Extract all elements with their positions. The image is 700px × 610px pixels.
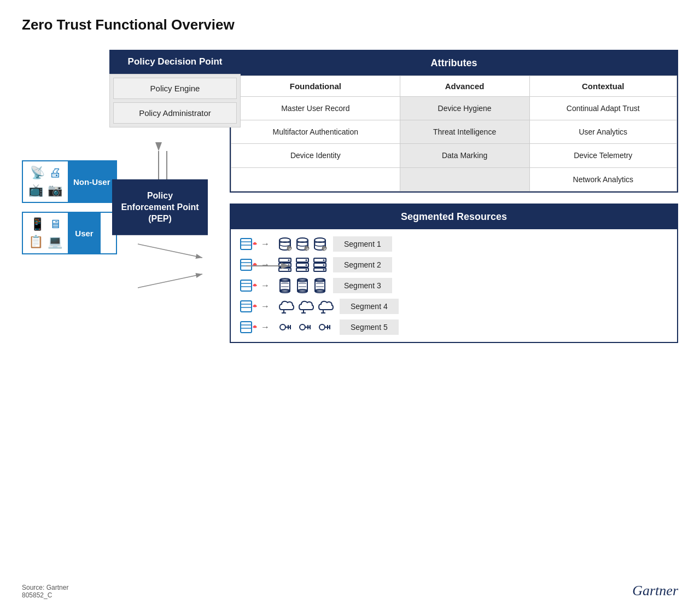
policy-admin-box: Policy Administrator [113,102,237,124]
table-row: Device Identity Data Marking Device Tele… [231,144,677,167]
policy-engine-box: Policy Engine [113,78,237,99]
cell-master-user-record: Master User Record [231,97,400,120]
segment-row-1: → ⚙ ⚙ ⚙ Segment 1 [240,236,668,252]
tablet-icon: 📱 [30,217,45,231]
desktop-icon: 🖥 [49,217,61,231]
source-text: Source: Gartner [22,584,68,591]
segment-2-label: Segment 2 [333,257,392,272]
segment-row-2: → Segment 2 [240,257,668,273]
segment-row-4: → Segment 4 [240,298,668,315]
segment-1-label: Segment 1 [333,236,392,252]
svg-point-43 [323,264,325,266]
cylinder-icon [295,278,310,293]
cell-multifactor-auth: Multifactor Authentication [231,120,400,144]
segment-2-icons [277,257,328,272]
svg-point-44 [323,269,325,270]
svg-point-38 [306,269,307,270]
left-panel: Policy Decision Point Policy Engine Poli… [22,50,208,343]
segment-3-label: Segment 3 [333,278,392,293]
svg-point-80 [300,324,305,330]
svg-point-32 [288,269,290,270]
cell-data-marking: Data Marking [400,144,529,167]
pdp-wrapper: Policy Decision Point Policy Engine Poli… [77,50,241,127]
user-block: 📱 🖥 📋 💻 User [22,212,117,254]
svg-rect-72 [241,322,252,333]
printer-icon: 🖨 [49,166,61,180]
col-header-contextual: Contextual [529,76,676,97]
segment-5-icons [277,319,334,335]
cell-threat-intelligence: Threat Intelligence [400,120,529,144]
segment-4-icons [277,299,334,314]
segment-4-label: Segment 4 [340,299,399,314]
cloud-icon [317,299,334,314]
footer: Source: Gartner 805852_C [22,584,68,599]
user-icons: 📱 🖥 📋 💻 [23,213,68,253]
firewall-3: → [240,277,270,294]
devices-column: 📡 🖨 📺 📷 Non-User [22,160,117,254]
svg-point-36 [306,259,307,261]
router-icon: 📡 [30,166,45,180]
server-icon [295,257,310,272]
svg-point-85 [319,324,325,330]
page-title: Zero Trust Functional Overview [22,16,678,33]
segmented-header: Segmented Resources [231,205,677,229]
server-icon [312,257,328,272]
segment-3-icons [277,278,328,293]
col-header-foundational: Foundational [231,76,400,97]
table-row: Master User Record Device Hygiene Contin… [231,97,677,120]
user-label: User [68,213,101,253]
pdp-box: Policy Decision Point [109,50,241,74]
cell-network-analytics: Network Analytics [529,167,676,191]
svg-point-31 [288,264,290,266]
segment-1-icons: ⚙ ⚙ ⚙ [277,236,328,252]
non-user-block: 📡 🖨 📺 📷 Non-User [22,160,117,203]
firewall-icon-2 [240,257,259,273]
svg-text:⚙: ⚙ [324,247,326,251]
segments-list: → ⚙ ⚙ ⚙ Segment 1 [231,229,677,342]
firewall-5: → [240,319,270,335]
right-section: Attributes Foundational Advanced Context… [219,50,678,343]
pep-box: Policy Enforcement Point (PEP) [112,179,208,235]
cell-continual-adapt-trust: Continual Adapt Trust [529,97,676,120]
db-icon: ⚙ [295,236,310,252]
firewall-4: → [240,298,270,315]
svg-rect-9 [241,239,252,249]
laptop-icon: 💻 [48,235,62,249]
iot-icon [317,319,334,335]
firewall-icon-3 [240,277,259,294]
non-user-icons: 📡 🖨 📺 📷 [23,161,68,202]
cloud-icon [297,299,314,314]
db-icon: ⚙ [277,236,293,252]
cell-device-telemetry: Device Telemetry [529,144,676,167]
db-icon: ⚙ [312,236,328,252]
attributes-box: Attributes Foundational Advanced Context… [230,50,678,193]
ref-text: 805852_C [22,591,68,599]
svg-text:⚙: ⚙ [289,247,291,251]
segment-row-5: → [240,319,668,335]
cell-empty-2 [400,167,529,191]
col-header-advanced: Advanced [400,76,529,97]
cylinder-icon [312,278,328,293]
table-row: Network Analytics [231,167,677,191]
firewall-icon-4 [240,298,259,315]
firewall-icon-5 [240,319,259,335]
cell-device-hygiene: Device Hygiene [400,97,529,120]
table-row: Multifactor Authentication Threat Intell… [231,120,677,144]
tv-icon: 📺 [28,183,43,197]
segment-5-label: Segment 5 [340,319,399,335]
firewall-2: → [240,257,270,273]
iot-icon [277,319,295,335]
cell-empty-1 [231,167,400,191]
segment-row-3: → Segment 3 [240,277,668,294]
svg-rect-45 [241,280,252,291]
firewall-1: → [240,236,270,252]
attributes-header: Attributes [231,51,677,75]
pdp-inner: Policy Engine Policy Administrator [109,74,241,127]
firewall-icon-1 [240,236,259,252]
svg-point-42 [323,259,325,261]
attributes-table: Foundational Advanced Contextual Master … [231,75,677,191]
non-user-label: Non-User [68,161,116,202]
server-icon [277,257,293,272]
gartner-logo: Gartner [632,583,678,599]
camera-icon: 📷 [48,183,62,197]
